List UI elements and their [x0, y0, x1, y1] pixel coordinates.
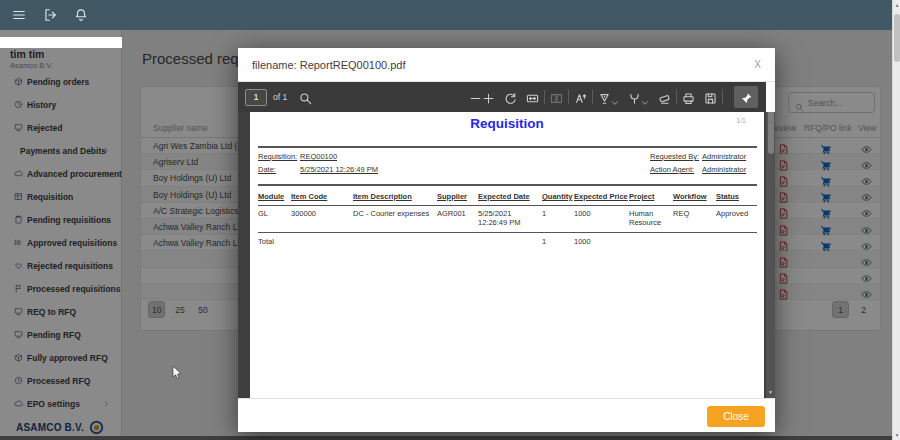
toolbar-separator [676, 90, 677, 104]
bottom-edge-strip [0, 436, 892, 440]
sidebar-highlight-strip [0, 37, 122, 48]
pdf-cell: REQ [673, 206, 716, 233]
pdf-col-header: Supplier [437, 192, 478, 206]
mouse-cursor [172, 366, 184, 380]
menu-icon[interactable] [12, 8, 26, 22]
requested-by-value: Administrator [702, 152, 746, 161]
close-button[interactable]: Close [707, 406, 765, 427]
pdf-viewer: 1/1 Requisition Requisition: REQ00100 Da… [238, 112, 775, 398]
scroll-down-icon[interactable]: ▼ [893, 432, 900, 438]
pdf-cell: 1 [542, 206, 574, 233]
pdf-scroll-down-icon[interactable]: ▼ [766, 389, 775, 395]
chevron-down-icon[interactable] [641, 93, 649, 101]
zoom-out-icon[interactable] [469, 91, 482, 104]
pdf-col-header: Item Code [291, 192, 353, 206]
date-label: Date: [258, 165, 276, 174]
modal-filename: filename: ReportREQ00100.pdf [252, 59, 405, 71]
date-value: 5/25/2021 12:26:49 PM [300, 165, 378, 174]
requisition-value: REQ00100 [300, 152, 337, 161]
save-icon[interactable] [704, 91, 717, 104]
pdf-items-table: ModuleItem CodeItem DescriptionSupplierE… [258, 192, 757, 246]
pdf-col-header: Workflow [673, 192, 716, 206]
app-screen: tim tim Asamco B.V. Pending ordersHistor… [0, 0, 900, 440]
fit-width-icon[interactable] [526, 91, 539, 104]
pdf-col-header: Module [258, 192, 291, 206]
eraser-icon[interactable] [658, 91, 671, 104]
pdf-cell: GL [258, 206, 291, 233]
scroll-up-icon[interactable]: ▲ [893, 2, 900, 8]
chevron-down-icon[interactable] [611, 93, 619, 101]
requested-by-label: Requested By: [650, 152, 699, 161]
two-page-icon[interactable] [550, 91, 563, 104]
scrollbar-thumb[interactable] [894, 14, 900, 62]
page-number-input[interactable] [245, 89, 267, 106]
pdf-page: 1/1 Requisition Requisition: REQ00100 Da… [250, 112, 764, 398]
toolbar-separator [544, 90, 545, 104]
pdf-document-title: Requisition [250, 116, 764, 131]
pdf-cell: 300000 [291, 206, 353, 233]
text-edit-icon[interactable] [574, 91, 587, 104]
toolbar-separator [568, 90, 569, 104]
pdf-cell: 1000 [574, 206, 629, 233]
pin-toolbar-button[interactable] [734, 86, 758, 108]
pdf-col-header: Status [716, 192, 757, 206]
browser-scrollbar[interactable]: ▲ ▼ [892, 0, 900, 440]
pin-icon [740, 91, 753, 104]
pdf-col-header: Quantity [542, 192, 574, 206]
modal-header: filename: ReportREQ00100.pdf X [238, 48, 775, 82]
logout-icon[interactable] [43, 8, 57, 22]
modal-close-icon[interactable]: X [750, 57, 765, 72]
pdf-total-price: 1000 [574, 233, 629, 246]
toolbar-separator [722, 90, 723, 104]
top-bar [0, 0, 892, 30]
pdf-cell: Human Resource [629, 206, 673, 233]
find-icon[interactable] [299, 91, 312, 104]
bell-icon[interactable] [74, 8, 88, 22]
requisition-label: Requisition: [258, 152, 297, 161]
action-agent-value: Administrator [702, 165, 746, 174]
draw-icon[interactable] [628, 91, 641, 104]
rotate-icon[interactable] [504, 91, 517, 104]
print-icon[interactable] [682, 91, 695, 104]
pdf-col-header: Item Description [353, 192, 437, 206]
pdf-cell: AGR001 [437, 206, 478, 233]
pdf-col-header: Expected Price [574, 192, 629, 206]
pdf-col-header: Project [629, 192, 673, 206]
pdf-total-label: Total [258, 233, 542, 246]
pdf-scrollbar-thumb[interactable] [768, 112, 774, 154]
pdf-cell: Approved [716, 206, 757, 233]
pdf-scrollbar[interactable]: ▲ ▼ [766, 112, 775, 398]
action-agent-label: Action Agent: [650, 165, 694, 174]
pdf-cell: 5/25/2021 12:26:49 PM [478, 206, 542, 233]
highlight-icon[interactable] [598, 91, 611, 104]
toolbar-separator [592, 90, 593, 104]
pdf-col-header: Expected Date [478, 192, 542, 206]
pdf-toolbar: of 1 [238, 82, 766, 112]
pdf-cell: DC - Courier expenses [353, 206, 437, 233]
pdf-total-quantity: 1 [542, 233, 574, 246]
zoom-in-icon[interactable] [482, 91, 495, 104]
page-count-label: of 1 [273, 92, 287, 102]
modal-footer: Close [238, 398, 775, 432]
pdf-preview-modal: filename: ReportREQ00100.pdf X of 1 1/1 … [238, 48, 775, 432]
